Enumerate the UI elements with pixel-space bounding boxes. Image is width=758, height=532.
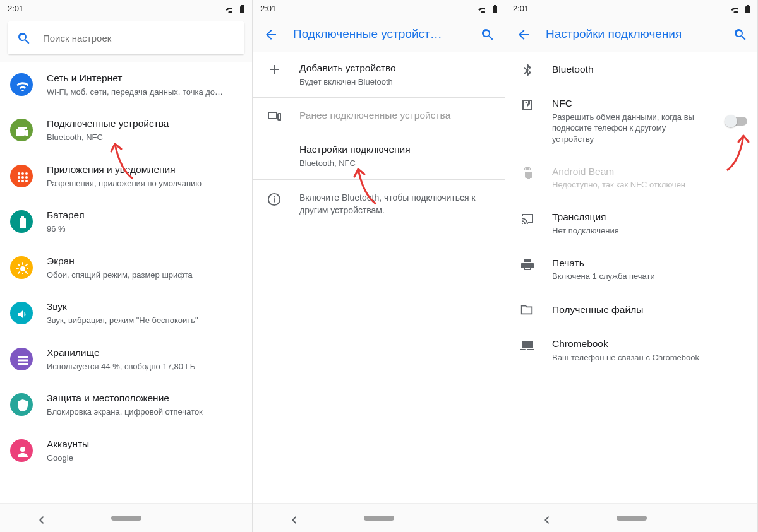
plus-icon — [263, 62, 286, 76]
item-sub: Google — [47, 452, 242, 464]
battery-icon — [235, 4, 244, 13]
pref-nfc[interactable]: NFCРазрешить обмен данными, когда вы под… — [505, 87, 757, 155]
search-icon — [16, 31, 30, 45]
item-sub: Используется 44 %, свободно 17,80 ГБ — [47, 361, 242, 372]
settings-item-battery[interactable]: Батарея96 % — [0, 199, 252, 244]
brightness-icon — [10, 256, 33, 279]
preferences-list: Bluetooth NFCРазрешить обмен данными, ко… — [505, 52, 757, 503]
pair-new-device[interactable]: Добавить устройствоБудет включен Bluetoo… — [253, 52, 505, 97]
connected-devices-pane: 2:01 Подключенные устройст… Добавить уст… — [253, 0, 505, 532]
home-nav-pill[interactable] — [111, 516, 141, 521]
item-title: Chromebook — [552, 338, 747, 351]
battery-icon — [488, 4, 497, 13]
battery-icon — [10, 210, 33, 233]
search-input[interactable] — [43, 33, 236, 44]
home-nav-pill[interactable] — [617, 516, 647, 521]
chromebook-icon — [515, 338, 538, 352]
page-title: Подключенные устройст… — [283, 27, 474, 41]
nfc-icon — [515, 97, 538, 111]
android-icon — [515, 165, 538, 179]
settings-item-connected-devices[interactable]: Подключенные устройстваBluetooth, NFC — [0, 107, 252, 153]
system-navbar — [505, 503, 757, 532]
wifi-icon — [10, 73, 33, 96]
item-title: Ранее подключенные устройства — [299, 109, 495, 122]
item-title: Экран — [47, 255, 242, 268]
home-nav-pill[interactable] — [364, 516, 394, 521]
item-title: Android Beam — [552, 165, 747, 179]
devices-icon — [10, 119, 33, 141]
status-bar: 2:01 — [253, 0, 505, 16]
status-time: 2:01 — [8, 4, 23, 13]
wifi-icon — [476, 4, 485, 13]
settings-item-security[interactable]: Защита и местоположениеБлокировка экрана… — [0, 382, 252, 427]
search-button[interactable] — [474, 21, 500, 47]
item-title: Полученные файлы — [552, 304, 747, 317]
back-button[interactable] — [510, 21, 536, 47]
devices-icon — [263, 109, 286, 122]
connection-preferences-pane: 2:01 Настройки подключения Bluetooth NFC… — [505, 0, 758, 532]
back-nav-icon[interactable] — [286, 512, 298, 524]
back-button[interactable] — [258, 21, 283, 47]
storage-icon — [10, 348, 33, 370]
item-sub: Обои, спящий режим, размер шрифта — [47, 269, 242, 281]
item-title: Звук — [47, 300, 242, 314]
item-sub: Bluetooth, NFC — [299, 158, 495, 169]
settings-item-storage[interactable]: ХранилищеИспользуется 44 %, свободно 17,… — [0, 336, 252, 382]
pref-received-files[interactable]: Полученные файлы — [505, 292, 757, 328]
app-bar: Настройки подключения — [505, 16, 757, 52]
item-sub: Недоступно, так как NFC отключен — [552, 179, 747, 191]
status-bar: 2:01 — [0, 0, 252, 16]
search-button[interactable] — [727, 21, 752, 47]
info-icon — [263, 192, 286, 206]
apps-icon — [10, 165, 33, 187]
item-title: Аккаунты — [47, 438, 242, 451]
back-nav-icon[interactable] — [539, 512, 550, 524]
item-title: Bluetooth — [552, 63, 747, 76]
battery-icon — [740, 4, 750, 13]
item-sub: Включена 1 служба печати — [552, 271, 747, 282]
bluetooth-info: Включите Bluetooth, чтобы подключиться к… — [253, 180, 505, 228]
item-sub: Ваш телефон не связан с Chromebook — [552, 352, 747, 364]
app-bar: Подключенные устройст… — [253, 16, 505, 52]
item-sub: 96 % — [47, 223, 242, 235]
settings-item-accounts[interactable]: АккаунтыGoogle — [0, 428, 252, 473]
nfc-toggle[interactable] — [725, 115, 747, 127]
back-nav-icon[interactable] — [33, 512, 45, 524]
item-title: Хранилище — [47, 346, 242, 360]
status-time: 2:01 — [260, 4, 276, 13]
settings-item-sound[interactable]: ЗвукЗвук, вибрация, режим "Не беспокоить… — [0, 290, 252, 336]
item-title: Подключенные устройства — [47, 117, 242, 131]
print-icon — [515, 257, 538, 271]
previously-connected[interactable]: Ранее подключенные устройства — [253, 98, 505, 133]
connection-preferences[interactable]: Настройки подключенияBluetooth, NFC — [253, 133, 505, 179]
item-title: NFC — [552, 97, 706, 110]
folder-icon — [515, 303, 538, 317]
item-sub: Разрешения, приложения по умолчанию — [47, 178, 242, 189]
pref-android-beam: Android BeamНедоступно, так как NFC откл… — [505, 155, 757, 201]
settings-item-apps[interactable]: Приложения и уведомленияРазрешения, прил… — [0, 153, 252, 199]
item-title: Настройки подключения — [299, 143, 495, 157]
account-icon — [10, 439, 33, 462]
info-text: Включите Bluetooth, чтобы подключиться к… — [299, 191, 495, 217]
item-title: Печать — [552, 257, 747, 270]
item-sub: Bluetooth, NFC — [47, 132, 242, 143]
status-time: 2:01 — [513, 4, 529, 13]
settings-item-network[interactable]: Сеть и ИнтернетWi-Fi, моб. сети, передач… — [0, 62, 252, 107]
pref-bluetooth[interactable]: Bluetooth — [505, 52, 757, 87]
system-navbar — [0, 503, 252, 532]
settings-item-display[interactable]: ЭкранОбои, спящий режим, размер шрифта — [0, 245, 252, 290]
wifi-icon — [223, 4, 232, 13]
bluetooth-icon — [515, 62, 538, 76]
item-sub: Звук, вибрация, режим "Не беспокоить" — [47, 315, 242, 326]
search-settings[interactable] — [8, 21, 244, 54]
item-title: Защита и местоположение — [47, 392, 242, 405]
pref-chromebook[interactable]: ChromebookВаш телефон не связан с Chrome… — [505, 328, 757, 373]
item-title: Сеть и Интернет — [47, 72, 242, 85]
pref-cast[interactable]: ТрансляцияНет подключения — [505, 201, 757, 246]
item-title: Трансляция — [552, 211, 747, 224]
settings-list: Сеть и ИнтернетWi-Fi, моб. сети, передач… — [0, 62, 252, 503]
item-sub: Будет включен Bluetooth — [299, 76, 495, 88]
pref-printing[interactable]: ПечатьВключена 1 служба печати — [505, 247, 757, 292]
item-title: Добавить устройство — [299, 62, 495, 75]
item-sub: Блокировка экрана, цифровой отпечаток — [47, 406, 242, 418]
